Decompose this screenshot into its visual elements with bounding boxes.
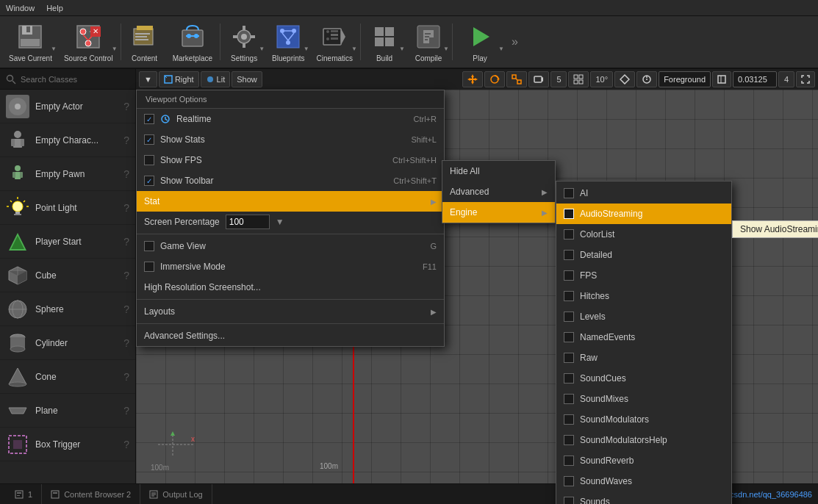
layer-number[interactable]: 4 (778, 71, 794, 87)
engine-item-fps[interactable]: FPS (556, 265, 731, 286)
rotate-icon-btn[interactable] (484, 71, 505, 87)
engine-item-levels[interactable]: Levels (556, 306, 731, 327)
engine-item-hitches[interactable]: Hitches (556, 286, 731, 306)
soundmodulatorshelp-checkbox[interactable] (564, 435, 574, 445)
engine-item-soundcues[interactable]: SoundCues (556, 368, 731, 389)
soundmixes-checkbox[interactable] (564, 394, 574, 404)
statusbar-tab-content1[interactable]: 1 (6, 484, 42, 505)
engine-item-soundmixes[interactable]: SoundMixes (556, 389, 731, 409)
point-light-help-icon[interactable]: ? (123, 202, 129, 214)
menu-item-realtime[interactable]: Realtime Ctrl+R (137, 109, 444, 129)
sphere-help-icon[interactable]: ? (123, 303, 129, 315)
engine-item-namedevents[interactable]: NamedEvents (556, 327, 731, 348)
realtime-checkbox[interactable] (144, 114, 154, 124)
show-fps-checkbox[interactable] (144, 155, 154, 165)
sidebar-item-empty-character[interactable]: Empty Charac... ? (0, 123, 135, 157)
soundcues-checkbox[interactable] (564, 373, 574, 384)
levels-checkbox[interactable] (564, 312, 574, 322)
engine-item-colorlist[interactable]: ColorList (556, 224, 731, 245)
menu-item-layouts[interactable]: Layouts ▶ (137, 301, 444, 322)
menu-item-stat[interactable]: Stat ▶ (137, 191, 444, 212)
search-input[interactable] (21, 75, 129, 84)
screen-pct-input[interactable] (226, 215, 270, 229)
show-stats-checkbox[interactable] (144, 134, 154, 145)
save-current-button[interactable]: Save Current ▼ (3, 17, 58, 67)
engine-item-soundmodulators[interactable]: SoundModulators (556, 409, 731, 430)
menu-window[interactable]: Window (6, 4, 35, 12)
sidebar-item-cone[interactable]: Cone ? (0, 360, 135, 394)
engine-item-audiostreaming[interactable]: AudioStreaming (556, 204, 731, 224)
content-button[interactable]: Content (123, 17, 167, 67)
menu-item-show-stats[interactable]: Show Stats Shift+L (137, 129, 444, 150)
menu-item-show-fps[interactable]: Show FPS Ctrl+Shift+H (137, 150, 444, 170)
hitches-checkbox[interactable] (564, 291, 574, 301)
menu-item-advanced-settings[interactable]: Advanced Settings... (137, 325, 444, 346)
cone-help-icon[interactable]: ? (123, 371, 129, 383)
fullscreen-icon-btn[interactable] (796, 71, 815, 87)
menu-item-immersive-mode[interactable]: Immersive Mode F11 (137, 256, 444, 277)
colorlist-checkbox[interactable] (564, 229, 574, 240)
engine-item-detailed[interactable]: Detailed (556, 245, 731, 265)
box-trigger-help-icon[interactable]: ? (123, 439, 129, 450)
sounds-checkbox[interactable] (564, 497, 574, 504)
audiostreaming-checkbox[interactable] (564, 209, 574, 219)
sidebar-item-point-light[interactable]: Point Light ? (0, 191, 135, 225)
empty-pawn-help-icon[interactable]: ? (123, 168, 129, 180)
menu-item-highres-screenshot[interactable]: High Resolution Screenshot... (137, 277, 444, 298)
settings-button[interactable]: Settings ▼ (222, 17, 266, 67)
engine-item-soundwaves[interactable]: SoundWaves (556, 471, 731, 492)
angle-button[interactable]: 10° (590, 71, 613, 87)
viewport-lit-button[interactable]: Lit (201, 71, 231, 87)
source-control-button[interactable]: ✕ Source Control ▼ (58, 17, 119, 67)
sidebar-item-plane[interactable]: Plane ? (0, 394, 135, 428)
raw-checkbox[interactable] (564, 353, 574, 363)
soundwaves-checkbox[interactable] (564, 476, 574, 486)
cube-help-icon[interactable]: ? (123, 270, 129, 281)
stat-engine[interactable]: Engine ▶ (442, 202, 555, 223)
compile-button[interactable]: Compile ▼ (406, 17, 451, 67)
engine-item-soundreverb[interactable]: SoundReverb (556, 450, 731, 471)
show-toolbar-checkbox[interactable] (144, 176, 154, 186)
fps-checkbox[interactable] (564, 270, 574, 281)
translate-icon-btn[interactable] (462, 71, 483, 87)
plane-help-icon[interactable]: ? (123, 405, 129, 417)
stat-advanced[interactable]: Advanced ▶ (442, 181, 555, 202)
engine-item-ai[interactable]: AI (556, 183, 731, 204)
sidebar-item-empty-actor[interactable]: Empty Actor ? (0, 90, 135, 123)
player-start-help-icon[interactable]: ? (123, 236, 129, 248)
extra-icon-btn[interactable] (636, 71, 657, 87)
sidebar-item-cube[interactable]: Cube ? (0, 259, 135, 292)
grid-icon-btn[interactable] (568, 71, 589, 87)
sidebar-item-sphere[interactable]: Sphere ? (0, 292, 135, 326)
snap-icon-btn[interactable] (614, 71, 635, 87)
menu-item-game-view[interactable]: Game View G (137, 236, 444, 256)
sidebar-item-box-trigger[interactable]: Box Trigger ? (0, 428, 135, 461)
empty-character-help-icon[interactable]: ? (123, 134, 129, 146)
screen-pct-expand-icon[interactable]: ▼ (276, 217, 284, 227)
engine-item-raw[interactable]: Raw (556, 348, 731, 368)
play-button[interactable]: Play ▼ (454, 17, 506, 67)
viewport-show-button[interactable]: Show (232, 71, 262, 87)
game-view-checkbox[interactable] (144, 241, 154, 251)
menu-item-show-toolbar[interactable]: Show Toolbar Ctrl+Shift+T (137, 170, 444, 191)
soundreverb-checkbox[interactable] (564, 456, 574, 466)
sidebar-item-player-start[interactable]: Player Start ? (0, 225, 135, 259)
scale-icon-btn[interactable] (506, 71, 527, 87)
screen-pct-display[interactable]: 0.03125 (733, 71, 777, 87)
camera-icon-btn[interactable] (528, 71, 549, 87)
viewport-options-button[interactable]: ▼ (139, 71, 157, 87)
sidebar-item-empty-pawn[interactable]: Empty Pawn ? (0, 157, 135, 191)
blueprints-button[interactable]: Blueprints ▼ (266, 17, 310, 67)
fov-number[interactable]: 5 (550, 71, 567, 87)
detailed-checkbox[interactable] (564, 250, 574, 260)
engine-item-sounds[interactable]: Sounds (556, 492, 731, 504)
expand-button[interactable]: » (506, 17, 524, 67)
cylinder-help-icon[interactable]: ? (123, 337, 129, 349)
foreground-button[interactable]: Foreground (659, 71, 711, 87)
soundmodulators-checkbox[interactable] (564, 414, 574, 425)
ai-checkbox[interactable] (564, 188, 574, 198)
build-button[interactable]: Build ▼ (362, 17, 406, 67)
cinematics-button[interactable]: Cinematics ▼ (311, 17, 359, 67)
namedevents-checkbox[interactable] (564, 332, 574, 342)
sidebar-search-bar[interactable] (0, 69, 135, 90)
